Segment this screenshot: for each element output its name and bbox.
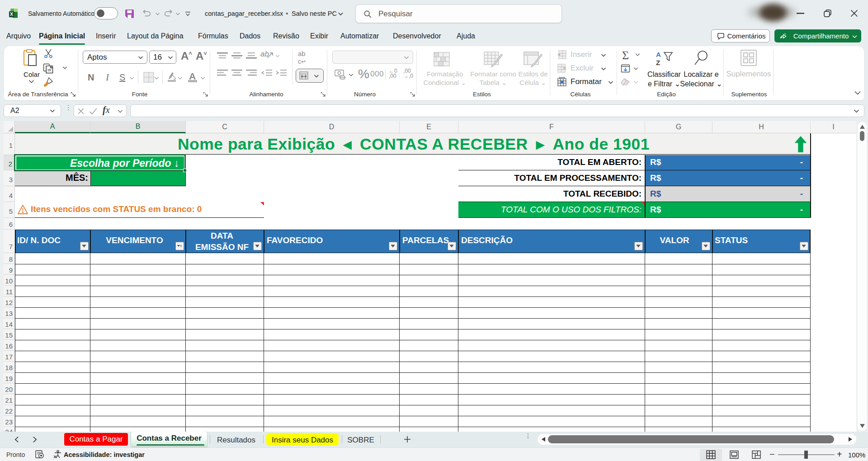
svg-text:Z: Z	[656, 59, 660, 66]
svg-text:A: A	[656, 51, 661, 58]
svg-text:X: X	[10, 11, 13, 17]
